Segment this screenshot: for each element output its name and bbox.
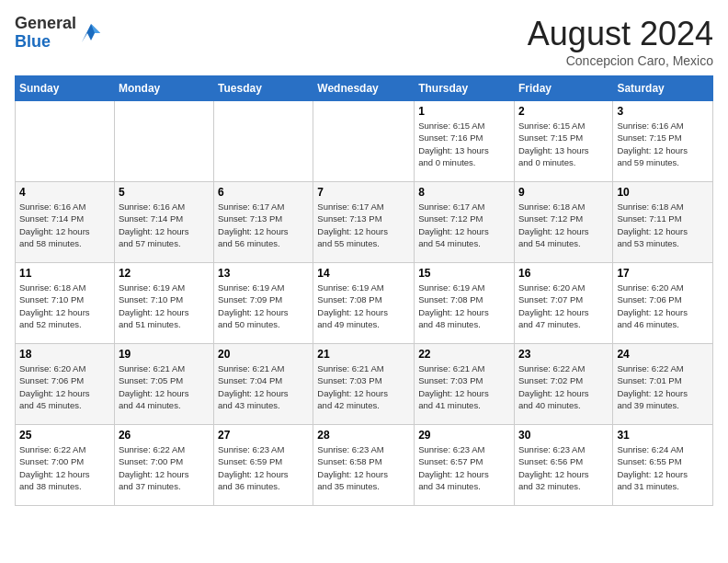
calendar-cell: 25Sunrise: 6:22 AM Sunset: 7:00 PM Dayli…: [16, 425, 115, 506]
day-number: 19: [119, 348, 210, 361]
day-info: Sunrise: 6:23 AM Sunset: 6:59 PM Dayligh…: [218, 443, 309, 492]
day-number: 23: [518, 348, 609, 361]
page-header: General Blue August 2024 Concepcion Caro…: [15, 15, 713, 68]
calendar-cell: 8Sunrise: 6:17 AM Sunset: 7:12 PM Daylig…: [415, 182, 515, 263]
day-info: Sunrise: 6:21 AM Sunset: 7:03 PM Dayligh…: [418, 362, 510, 411]
day-info: Sunrise: 6:21 AM Sunset: 7:03 PM Dayligh…: [317, 362, 410, 411]
day-number: 16: [518, 267, 609, 280]
calendar-cell: 28Sunrise: 6:23 AM Sunset: 6:58 PM Dayli…: [313, 425, 415, 506]
calendar-cell: 6Sunrise: 6:17 AM Sunset: 7:13 PM Daylig…: [214, 182, 313, 263]
calendar-cell: 29Sunrise: 6:23 AM Sunset: 6:57 PM Dayli…: [415, 425, 515, 506]
calendar-cell: 24Sunrise: 6:22 AM Sunset: 7:01 PM Dayli…: [613, 344, 713, 425]
day-number: 9: [518, 186, 609, 199]
day-number: 5: [119, 186, 210, 199]
calendar-cell: [214, 101, 313, 182]
day-info: Sunrise: 6:15 AM Sunset: 7:16 PM Dayligh…: [418, 120, 510, 168]
day-info: Sunrise: 6:20 AM Sunset: 7:06 PM Dayligh…: [19, 362, 110, 411]
day-info: Sunrise: 6:19 AM Sunset: 7:10 PM Dayligh…: [119, 282, 210, 330]
calendar-cell: 23Sunrise: 6:22 AM Sunset: 7:02 PM Dayli…: [514, 344, 612, 425]
calendar-cell: 9Sunrise: 6:18 AM Sunset: 7:12 PM Daylig…: [514, 182, 612, 263]
calendar-cell: 27Sunrise: 6:23 AM Sunset: 6:59 PM Dayli…: [214, 425, 313, 506]
day-info: Sunrise: 6:18 AM Sunset: 7:11 PM Dayligh…: [617, 201, 709, 249]
day-number: 1: [418, 105, 510, 118]
day-info: Sunrise: 6:19 AM Sunset: 7:09 PM Dayligh…: [218, 282, 309, 330]
day-number: 3: [617, 105, 709, 118]
calendar-cell: 12Sunrise: 6:19 AM Sunset: 7:10 PM Dayli…: [114, 263, 213, 344]
calendar-cell: 2Sunrise: 6:15 AM Sunset: 7:15 PM Daylig…: [514, 101, 612, 182]
title-block: August 2024 Concepcion Caro, Mexico: [528, 15, 713, 68]
day-info: Sunrise: 6:16 AM Sunset: 7:14 PM Dayligh…: [19, 201, 110, 249]
day-info: Sunrise: 6:23 AM Sunset: 6:58 PM Dayligh…: [317, 443, 410, 492]
header-cell-friday: Friday: [514, 76, 612, 101]
day-number: 12: [119, 267, 210, 280]
header-cell-thursday: Thursday: [415, 76, 515, 101]
day-info: Sunrise: 6:16 AM Sunset: 7:15 PM Dayligh…: [617, 120, 709, 168]
day-number: 26: [119, 429, 210, 442]
calendar-week-row: 25Sunrise: 6:22 AM Sunset: 7:00 PM Dayli…: [16, 425, 713, 506]
calendar-cell: 21Sunrise: 6:21 AM Sunset: 7:03 PM Dayli…: [313, 344, 415, 425]
calendar-cell: 11Sunrise: 6:18 AM Sunset: 7:10 PM Dayli…: [16, 263, 115, 344]
day-number: 27: [218, 429, 309, 442]
calendar-header-row: SundayMondayTuesdayWednesdayThursdayFrid…: [16, 76, 713, 101]
day-number: 7: [317, 186, 410, 199]
calendar-cell: 5Sunrise: 6:16 AM Sunset: 7:14 PM Daylig…: [114, 182, 213, 263]
calendar-cell: [16, 101, 115, 182]
calendar-cell: 26Sunrise: 6:22 AM Sunset: 7:00 PM Dayli…: [114, 425, 213, 506]
day-number: 28: [317, 429, 410, 442]
day-info: Sunrise: 6:18 AM Sunset: 7:12 PM Dayligh…: [518, 201, 609, 249]
calendar-week-row: 4Sunrise: 6:16 AM Sunset: 7:14 PM Daylig…: [16, 182, 713, 263]
day-number: 30: [518, 429, 609, 442]
header-cell-saturday: Saturday: [613, 76, 713, 101]
day-info: Sunrise: 6:17 AM Sunset: 7:13 PM Dayligh…: [317, 201, 410, 249]
day-number: 29: [418, 429, 510, 442]
logo-blue: Blue: [15, 33, 76, 52]
calendar-cell: 30Sunrise: 6:23 AM Sunset: 6:56 PM Dayli…: [514, 425, 612, 506]
day-number: 11: [19, 267, 110, 280]
day-number: 20: [218, 348, 309, 361]
header-cell-sunday: Sunday: [16, 76, 115, 101]
day-info: Sunrise: 6:15 AM Sunset: 7:15 PM Dayligh…: [518, 120, 609, 168]
day-info: Sunrise: 6:17 AM Sunset: 7:13 PM Dayligh…: [218, 201, 309, 249]
day-number: 31: [617, 429, 709, 442]
day-info: Sunrise: 6:23 AM Sunset: 6:56 PM Dayligh…: [518, 443, 609, 492]
calendar-cell: [313, 101, 415, 182]
day-number: 17: [617, 267, 709, 280]
calendar-cell: 17Sunrise: 6:20 AM Sunset: 7:06 PM Dayli…: [613, 263, 713, 344]
day-number: 14: [317, 267, 410, 280]
calendar-cell: 16Sunrise: 6:20 AM Sunset: 7:07 PM Dayli…: [514, 263, 612, 344]
month-year-title: August 2024: [528, 15, 713, 53]
calendar-week-row: 1Sunrise: 6:15 AM Sunset: 7:16 PM Daylig…: [16, 101, 713, 182]
header-cell-tuesday: Tuesday: [214, 76, 313, 101]
day-info: Sunrise: 6:18 AM Sunset: 7:10 PM Dayligh…: [19, 282, 110, 330]
calendar-cell: 19Sunrise: 6:21 AM Sunset: 7:05 PM Dayli…: [114, 344, 213, 425]
calendar-cell: [114, 101, 213, 182]
logo-icon: [78, 20, 104, 46]
day-info: Sunrise: 6:22 AM Sunset: 7:02 PM Dayligh…: [518, 362, 609, 411]
logo: General Blue: [15, 15, 104, 52]
day-info: Sunrise: 6:20 AM Sunset: 7:07 PM Dayligh…: [518, 282, 609, 330]
day-number: 15: [418, 267, 510, 280]
day-info: Sunrise: 6:23 AM Sunset: 6:57 PM Dayligh…: [418, 443, 510, 492]
day-info: Sunrise: 6:24 AM Sunset: 6:55 PM Dayligh…: [617, 443, 709, 492]
calendar-week-row: 18Sunrise: 6:20 AM Sunset: 7:06 PM Dayli…: [16, 344, 713, 425]
header-cell-monday: Monday: [114, 76, 213, 101]
day-number: 13: [218, 267, 309, 280]
calendar-cell: 7Sunrise: 6:17 AM Sunset: 7:13 PM Daylig…: [313, 182, 415, 263]
day-number: 2: [518, 105, 609, 118]
day-info: Sunrise: 6:21 AM Sunset: 7:05 PM Dayligh…: [119, 362, 210, 411]
calendar-cell: 1Sunrise: 6:15 AM Sunset: 7:16 PM Daylig…: [415, 101, 515, 182]
calendar-cell: 22Sunrise: 6:21 AM Sunset: 7:03 PM Dayli…: [415, 344, 515, 425]
day-number: 4: [19, 186, 110, 199]
day-number: 24: [617, 348, 709, 361]
calendar-cell: 4Sunrise: 6:16 AM Sunset: 7:14 PM Daylig…: [16, 182, 115, 263]
day-info: Sunrise: 6:22 AM Sunset: 7:00 PM Dayligh…: [19, 443, 110, 492]
day-info: Sunrise: 6:20 AM Sunset: 7:06 PM Dayligh…: [617, 282, 709, 330]
calendar-cell: 15Sunrise: 6:19 AM Sunset: 7:08 PM Dayli…: [415, 263, 515, 344]
day-info: Sunrise: 6:22 AM Sunset: 7:00 PM Dayligh…: [119, 443, 210, 492]
day-info: Sunrise: 6:21 AM Sunset: 7:04 PM Dayligh…: [218, 362, 309, 411]
day-number: 21: [317, 348, 410, 361]
day-number: 25: [19, 429, 110, 442]
day-info: Sunrise: 6:17 AM Sunset: 7:12 PM Dayligh…: [418, 201, 510, 249]
header-cell-wednesday: Wednesday: [313, 76, 415, 101]
calendar-cell: 18Sunrise: 6:20 AM Sunset: 7:06 PM Dayli…: [16, 344, 115, 425]
